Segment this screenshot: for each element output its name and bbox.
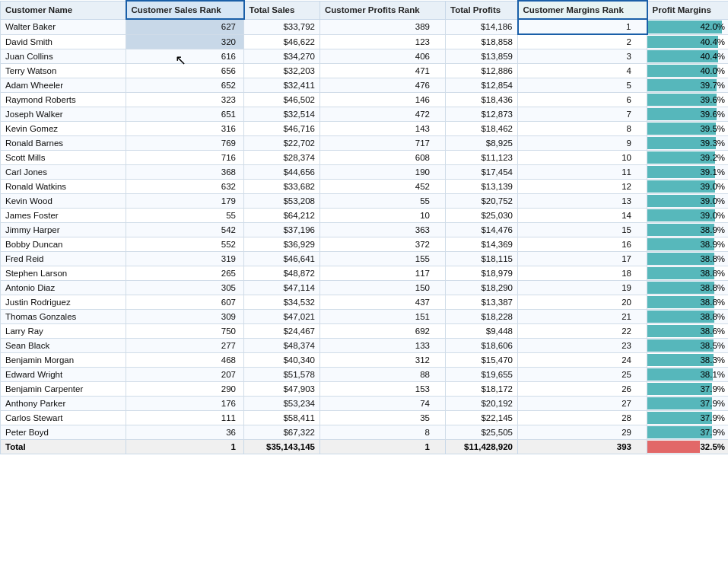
cell-profits-rank: 692 xyxy=(320,324,446,339)
cell-total-margins-rank: 393 xyxy=(518,440,647,454)
cell-sales-rank: 316 xyxy=(126,122,244,136)
cell-customer-name: Scott Mills xyxy=(1,151,126,165)
cell-total-profits: $18,290 xyxy=(446,281,518,295)
cell-total-sales-rank: 1 xyxy=(126,440,244,454)
col-header-total-profits[interactable]: Total Profits xyxy=(446,1,518,19)
cell-profit-margins: 38.8% xyxy=(647,281,729,295)
cell-total-profits: $18,436 xyxy=(446,93,518,107)
cell-sales-rank: 179 xyxy=(126,194,244,209)
cell-profits-rank: 389 xyxy=(320,19,446,34)
table-row: Raymond Roberts323$46,502146$18,436639.6… xyxy=(1,93,729,107)
cell-total-profits: $18,228 xyxy=(446,310,518,324)
data-table: Customer Name Customer Sales Rank Total … xyxy=(0,0,728,454)
cell-sales-rank: 750 xyxy=(126,324,244,339)
cell-total-profits: $22,145 xyxy=(446,411,518,425)
cell-total-profits: $14,369 xyxy=(446,237,518,252)
cell-total-sales: $32,203 xyxy=(244,64,320,78)
cell-total-profits: $12,886 xyxy=(446,64,518,78)
cell-total-profit-margins: 32.5% xyxy=(647,440,729,454)
cell-total-sales: $22,702 xyxy=(244,136,320,151)
table-row: Kevin Gomez316$46,716143$18,462839.5% xyxy=(1,122,729,136)
cell-total-sales: $32,514 xyxy=(244,107,320,122)
cell-customer-name: Jimmy Harper xyxy=(1,223,126,237)
cell-customer-name: Antonio Diaz xyxy=(1,281,126,295)
table-row: Antonio Diaz305$47,114150$18,2901938.8% xyxy=(1,281,729,295)
cell-total-sales: $40,340 xyxy=(244,353,320,368)
table-row: Fred Reid319$46,641155$18,1151738.8% xyxy=(1,252,729,266)
cell-profits-rank: 133 xyxy=(320,339,446,353)
cell-margins-rank: 17 xyxy=(518,252,647,266)
cell-profit-margins: 39.0% xyxy=(647,209,729,223)
col-header-profit-margins[interactable]: Profit Margins xyxy=(647,1,729,19)
table-row: James Foster55$64,21210$25,0301439.0% xyxy=(1,209,729,223)
cell-total-profits: $20,752 xyxy=(446,194,518,209)
col-header-customer-name[interactable]: Customer Name xyxy=(1,1,126,19)
cell-customer-name: Carl Jones xyxy=(1,165,126,180)
cell-margins-rank: 1 xyxy=(518,19,647,34)
cell-profits-rank: 452 xyxy=(320,180,446,194)
cell-profit-margins: 39.0% xyxy=(647,180,729,194)
cell-customer-name: David Smith xyxy=(1,34,126,49)
cell-margins-rank: 7 xyxy=(518,107,647,122)
cell-profit-margins: 37.9% xyxy=(647,382,729,397)
cell-sales-rank: 651 xyxy=(126,107,244,122)
col-header-sales-rank[interactable]: Customer Sales Rank xyxy=(126,1,244,19)
cell-total-profits: $13,139 xyxy=(446,180,518,194)
col-header-profits-rank[interactable]: Customer Profits Rank xyxy=(320,1,446,19)
cell-sales-rank: 55 xyxy=(126,209,244,223)
cell-sales-rank: 652 xyxy=(126,78,244,93)
table-row: Edward Wright207$51,57888$19,6552538.1% xyxy=(1,368,729,382)
cell-sales-rank: 607 xyxy=(126,295,244,310)
cell-profits-rank: 117 xyxy=(320,266,446,281)
cell-profit-margins: 39.1% xyxy=(647,165,729,180)
cell-profits-rank: 35 xyxy=(320,411,446,425)
cell-sales-rank: 207 xyxy=(126,368,244,382)
cell-total-profits: $11,123 xyxy=(446,151,518,165)
cell-total-sales: $36,929 xyxy=(244,237,320,252)
cell-profit-margins: 38.1% xyxy=(647,368,729,382)
cell-customer-name: Walter Baker xyxy=(1,19,126,34)
cell-total-total-profits: $11,428,920 xyxy=(446,440,518,454)
cell-total-profits: $20,192 xyxy=(446,397,518,411)
cell-sales-rank: 319 xyxy=(126,252,244,266)
col-header-margins-rank[interactable]: Customer Margins Rank xyxy=(518,1,647,19)
cell-profit-margins: 37.9% xyxy=(647,411,729,425)
cell-total-sales: $28,374 xyxy=(244,151,320,165)
cell-total-sales: $44,656 xyxy=(244,165,320,180)
table-row: Ronald Barnes769$22,702717$8,925939.3% xyxy=(1,136,729,151)
cell-customer-name: Ronald Barnes xyxy=(1,136,126,151)
cell-total-sales: $48,374 xyxy=(244,339,320,353)
cell-profit-margins: 40.0% xyxy=(647,64,729,78)
cell-total-sales: $53,234 xyxy=(244,397,320,411)
cell-sales-rank: 265 xyxy=(126,266,244,281)
cell-customer-name: Sean Black xyxy=(1,339,126,353)
cell-total-profits-rank: 1 xyxy=(320,440,446,454)
table-header-row: Customer Name Customer Sales Rank Total … xyxy=(1,1,729,19)
cell-profit-margins: 38.6% xyxy=(647,324,729,339)
cell-sales-rank: 616 xyxy=(126,49,244,64)
cell-total-sales: $33,682 xyxy=(244,180,320,194)
cell-customer-name: Justin Rodriguez xyxy=(1,295,126,310)
cell-profit-margins: 39.6% xyxy=(647,93,729,107)
cell-sales-rank: 36 xyxy=(126,425,244,440)
cell-margins-rank: 6 xyxy=(518,93,647,107)
cell-margins-rank: 3 xyxy=(518,49,647,64)
cell-margins-rank: 21 xyxy=(518,310,647,324)
table-row: Walter Baker627$33,792389$14,186142.0% xyxy=(1,19,729,34)
cell-profits-rank: 151 xyxy=(320,310,446,324)
cell-profits-rank: 437 xyxy=(320,295,446,310)
cell-profit-margins: 39.0% xyxy=(647,194,729,209)
cell-profit-margins: 42.0% xyxy=(647,19,729,34)
cell-profit-margins: 39.7% xyxy=(647,78,729,93)
col-header-total-sales[interactable]: Total Sales xyxy=(244,1,320,19)
table-row: Carl Jones368$44,656190$17,4541139.1% xyxy=(1,165,729,180)
cell-sales-rank: 111 xyxy=(126,411,244,425)
table-row: Scott Mills716$28,374608$11,1231039.2% xyxy=(1,151,729,165)
cell-total-sales: $47,903 xyxy=(244,382,320,397)
table-row: Justin Rodriguez607$34,532437$13,3872038… xyxy=(1,295,729,310)
cell-margins-rank: 28 xyxy=(518,411,647,425)
cell-profits-rank: 190 xyxy=(320,165,446,180)
cell-customer-name: James Foster xyxy=(1,209,126,223)
cell-total-sales: $47,021 xyxy=(244,310,320,324)
cell-sales-rank: 323 xyxy=(126,93,244,107)
